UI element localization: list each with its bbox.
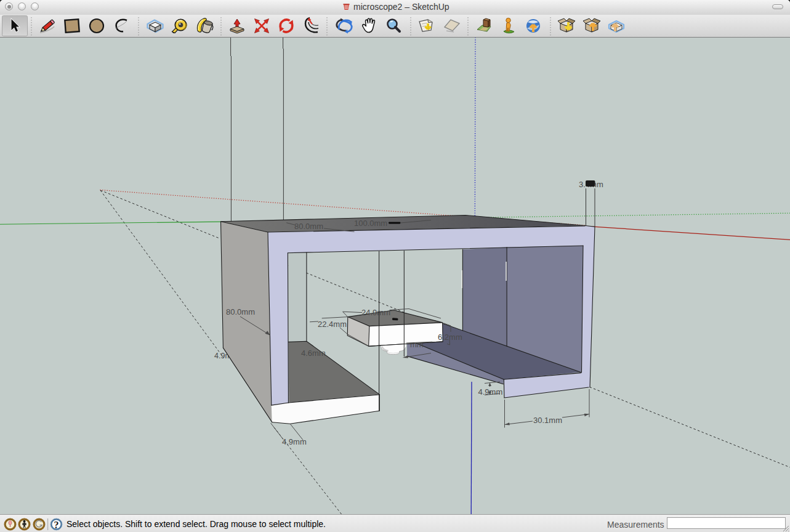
svg-text:80.0mm: 80.0mm [294,222,323,231]
svg-text:30.1mm: 30.1mm [533,416,562,425]
svg-text:mm: mm [410,340,424,349]
svg-text:24.9mm: 24.9mm [361,308,390,317]
svg-text:100.0mm: 100.0mm [354,219,387,228]
svg-text:22.4mm: 22.4mm [318,320,347,329]
svg-text:4.6mm: 4.6mm [301,349,326,358]
svg-text:?: ? [54,520,59,530]
svg-text:6.2mm: 6.2mm [438,332,462,342]
svg-text:80.0mm: 80.0mm [226,307,255,316]
svg-text:4.9mm: 4.9mm [282,437,307,446]
svg-text:4.9mm: 4.9mm [478,387,503,397]
